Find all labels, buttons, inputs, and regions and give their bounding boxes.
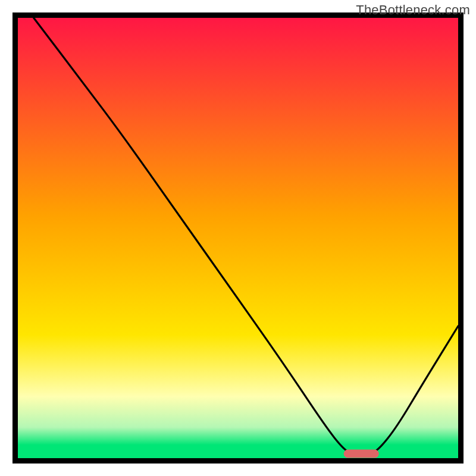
chart-stage: TheBottleneck.com	[0, 0, 476, 476]
chart-svg	[0, 0, 476, 476]
watermark-text: TheBottleneck.com	[356, 2, 470, 18]
optimum-marker	[344, 450, 379, 458]
